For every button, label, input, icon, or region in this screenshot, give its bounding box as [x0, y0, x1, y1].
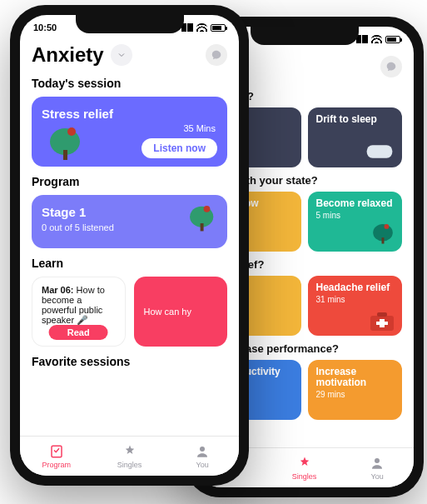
section-program: Program	[32, 175, 227, 188]
today-session-card[interactable]: Stress relief 35 Mins Listen now	[32, 97, 227, 167]
svg-point-20	[200, 447, 205, 452]
status-time: 10:50	[33, 22, 57, 32]
chat-icon	[385, 61, 397, 72]
notch	[76, 15, 184, 33]
tree-icon	[370, 222, 395, 248]
svg-rect-10	[377, 312, 387, 317]
tab-you[interactable]: You	[340, 448, 414, 487]
page-title: Anxiety	[32, 43, 104, 67]
learn-article-card[interactable]: Mar 06: How to become a powerful public …	[32, 277, 126, 347]
session-duration: 35 Mins	[183, 123, 216, 133]
tab-you[interactable]: You	[166, 437, 239, 476]
singles-icon	[297, 456, 312, 471]
section-favorites: Favorite sessions	[32, 355, 227, 368]
svg-point-5	[384, 224, 389, 229]
svg-rect-6	[382, 237, 385, 243]
svg-rect-9	[376, 322, 388, 325]
card-relaxed[interactable]: Become relaxed 5 mins	[308, 192, 403, 252]
svg-point-12	[375, 458, 380, 463]
svg-rect-15	[63, 150, 67, 160]
user-icon	[195, 444, 210, 459]
pillow-icon	[365, 141, 394, 162]
section-today: Today's session	[32, 77, 227, 90]
read-button[interactable]: Read	[49, 325, 108, 340]
wifi-icon	[371, 35, 382, 43]
signal-icon	[356, 35, 368, 43]
wifi-icon	[196, 23, 207, 32]
card-motivation[interactable]: Increase motivation 29 mins	[308, 360, 403, 420]
card-sleep-2[interactable]: Drift to sleep	[308, 107, 403, 167]
battery-icon	[385, 36, 400, 43]
chat-icon	[211, 49, 222, 61]
learn-row: Mar 06: How to become a powerful public …	[32, 277, 227, 347]
section-learn: Learn	[32, 257, 227, 270]
battery-icon	[211, 24, 226, 32]
program-card[interactable]: Stage 1 0 out of 5 listened	[32, 195, 227, 248]
chat-button[interactable]	[206, 44, 227, 66]
svg-rect-1	[367, 145, 393, 157]
phone-left: 10:50 Anxiety Today's session Stress rel…	[10, 5, 249, 486]
status-right	[181, 23, 226, 32]
screen: 10:50 Anxiety Today's session Stress rel…	[20, 15, 239, 476]
tab-singles[interactable]: Singles	[268, 448, 341, 487]
tree-icon	[47, 125, 85, 160]
firstaid-icon	[369, 311, 395, 332]
svg-point-17	[204, 206, 211, 212]
category-dropdown[interactable]	[111, 44, 132, 66]
user-icon	[370, 456, 385, 471]
tree-icon	[187, 203, 217, 232]
card-headache[interactable]: Headache relief 31 mins	[308, 276, 403, 336]
tab-singles[interactable]: Singles	[93, 437, 166, 476]
content[interactable]: Today's session Stress relief 35 Mins Li…	[20, 72, 239, 436]
svg-rect-18	[201, 223, 204, 231]
chevron-down-icon	[117, 50, 127, 60]
program-icon	[49, 444, 64, 459]
tab-program[interactable]: Program	[20, 437, 93, 476]
singles-icon	[122, 444, 137, 459]
chat-button[interactable]	[380, 56, 402, 77]
status-right	[356, 35, 400, 43]
learn-tip-card[interactable]: How can hy	[134, 277, 228, 347]
svg-point-14	[67, 127, 76, 136]
signal-icon	[181, 23, 193, 32]
listen-now-button[interactable]: Listen now	[142, 138, 217, 158]
tab-bar: Program Singles You	[20, 436, 239, 476]
notch	[251, 27, 359, 45]
header: Anxiety	[20, 40, 239, 72]
